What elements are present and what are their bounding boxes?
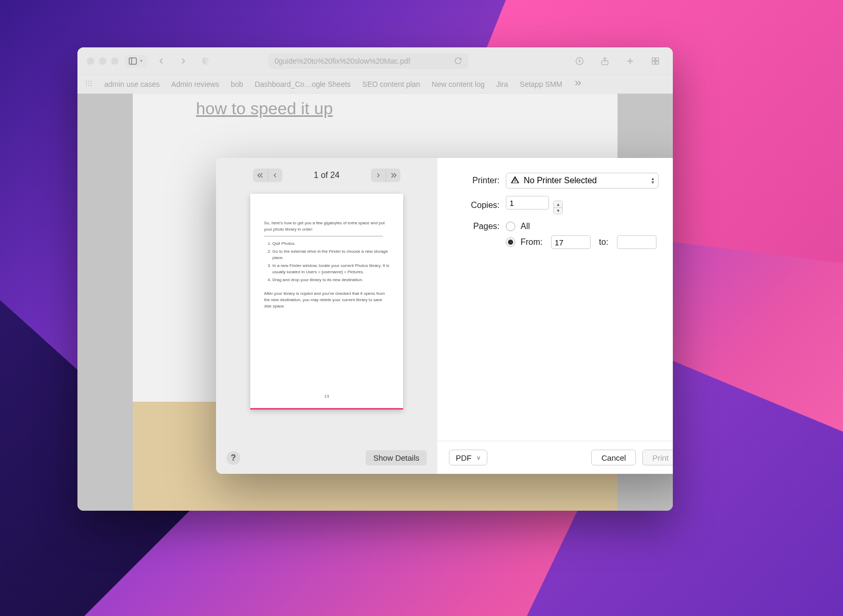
browser-toolbar: 0guide%20to%20fix%20slow%20Mac.pdf [77, 47, 673, 75]
preview-step: Go to the external drive in the Finder t… [272, 249, 389, 261]
svg-point-8 [86, 81, 87, 82]
pages-to-input[interactable] [617, 235, 656, 249]
bookmarks-bar: admin use cases Admin reviews bob Dashbo… [77, 75, 673, 94]
double-chevron-left-icon [256, 171, 264, 180]
window-controls [87, 57, 119, 65]
stepper-down-icon[interactable]: ▼ [554, 207, 562, 214]
sidebar-icon [128, 56, 138, 66]
pdf-label: PDF [456, 453, 472, 462]
bookmark-item[interactable]: Dashboard_Co…ogle Sheets [254, 80, 350, 88]
copies-stepper[interactable]: ▲ ▼ [553, 201, 563, 214]
pages-label: Pages: [443, 222, 506, 231]
bookmark-item[interactable]: Jira [496, 80, 508, 88]
print-dialog: 1 of 24 So, here's how to get you a few … [216, 158, 673, 474]
svg-rect-5 [656, 58, 659, 61]
chevron-left-icon [156, 56, 166, 66]
svg-rect-7 [656, 61, 659, 64]
svg-point-9 [89, 81, 90, 82]
svg-rect-4 [652, 58, 655, 61]
preview-next-group [371, 168, 400, 182]
safari-window: 0guide%20to%20fix%20slow%20Mac.pdf admin… [77, 47, 673, 511]
svg-point-11 [86, 83, 87, 84]
address-bar[interactable]: 0guide%20to%20fix%20slow%20Mac.pdf [268, 53, 468, 69]
shield-half-icon [201, 56, 210, 66]
svg-rect-6 [652, 61, 655, 64]
share-icon [600, 56, 610, 66]
reader-button[interactable] [198, 54, 213, 68]
help-button[interactable]: ? [227, 451, 240, 465]
bookmark-item[interactable]: New content log [432, 80, 484, 88]
svg-point-14 [86, 85, 87, 86]
pages-all-radio[interactable] [506, 222, 515, 231]
chevron-left-icon [271, 172, 279, 179]
prev-page-button[interactable] [268, 168, 282, 182]
svg-rect-0 [129, 58, 136, 64]
first-page-button[interactable] [253, 168, 268, 182]
cancel-button[interactable]: Cancel [591, 450, 636, 465]
printer-select[interactable]: No Printer Selected ▲▼ [506, 173, 659, 188]
chevron-right-icon [179, 56, 188, 66]
download-icon [575, 56, 584, 66]
preview-intro-text: So, here's how to get you a few gigabyte… [264, 220, 389, 233]
pages-from-label: From: [521, 237, 543, 247]
printer-label: Printer: [443, 176, 506, 185]
forward-button[interactable] [175, 54, 191, 68]
page-counter: 1 of 24 [314, 171, 340, 180]
svg-point-13 [91, 83, 92, 84]
chevron-right-icon [375, 172, 382, 179]
preview-prev-group [253, 168, 282, 182]
close-window-button[interactable] [87, 57, 94, 65]
printer-value: No Printer Selected [524, 176, 597, 185]
warning-icon [511, 175, 519, 186]
preview-page-number: 13 [250, 393, 403, 400]
preview-step: Drag and drop your library to its new de… [272, 277, 389, 283]
preview-step: Quit Photos. [272, 241, 389, 247]
back-button[interactable] [153, 54, 169, 68]
minimize-window-button[interactable] [99, 57, 106, 65]
pages-from-input[interactable] [551, 235, 591, 249]
stepper-up-icon[interactable]: ▲ [554, 201, 562, 207]
chevron-down-icon [139, 58, 144, 64]
favorites-grid-icon[interactable] [85, 80, 93, 89]
document-heading: how to speed it up [133, 96, 617, 128]
bookmark-item[interactable]: Setapp SMM [519, 80, 562, 88]
bookmark-item[interactable]: bob [231, 80, 243, 88]
copies-input[interactable] [506, 196, 549, 210]
print-button[interactable]: Print [642, 450, 673, 465]
preview-step: In a new Finder window, locate your curr… [272, 263, 389, 275]
sidebar-toggle-button[interactable] [125, 55, 147, 67]
bookmark-item[interactable]: Admin reviews [171, 80, 219, 88]
tab-overview-button[interactable] [648, 54, 663, 68]
next-page-button[interactable] [371, 168, 386, 182]
print-preview-panel: 1 of 24 So, here's how to get you a few … [216, 158, 437, 474]
share-button[interactable] [597, 54, 613, 68]
pages-all-label: All [521, 222, 530, 231]
chevron-down-icon: ⅴ [477, 454, 481, 461]
bookmarks-overflow-icon[interactable] [574, 79, 582, 89]
zoom-window-button[interactable] [111, 57, 119, 65]
url-text: 0guide%20to%20fix%20slow%20Mac.pdf [275, 57, 410, 65]
preview-steps-list: Quit Photos. Go to the external drive in… [264, 241, 389, 283]
page-preview: So, here's how to get you a few gigabyte… [250, 194, 403, 410]
pages-from-radio[interactable] [506, 237, 515, 247]
print-settings-panel: Printer: No Printer Selected ▲▼ Copies: [437, 158, 673, 474]
svg-point-12 [89, 83, 90, 84]
plus-icon [625, 56, 635, 66]
svg-point-16 [91, 85, 92, 86]
pdf-dropdown[interactable]: PDF ⅴ [449, 450, 487, 465]
preview-outro-text: After your library is copied and you've … [264, 291, 389, 310]
grid-icon [651, 56, 660, 66]
select-arrows-icon: ▲▼ [651, 177, 655, 184]
show-details-button[interactable]: Show Details [366, 450, 427, 465]
downloads-button[interactable] [572, 54, 587, 68]
svg-point-15 [89, 85, 90, 86]
pages-to-label: to: [599, 237, 609, 247]
copies-label: Copies: [443, 201, 506, 210]
svg-point-10 [91, 81, 92, 82]
double-chevron-right-icon [389, 171, 398, 180]
reload-icon[interactable] [454, 57, 462, 65]
new-tab-button[interactable] [622, 54, 638, 68]
bookmark-item[interactable]: SEO content plan [362, 80, 420, 88]
bookmark-item[interactable]: admin use cases [104, 80, 160, 88]
last-page-button[interactable] [386, 168, 400, 182]
